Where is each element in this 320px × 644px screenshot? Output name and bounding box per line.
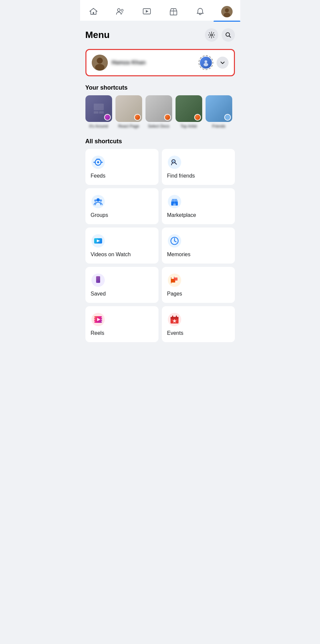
all-shortcuts-title: All shortcuts <box>80 134 240 148</box>
your-shortcuts-list: It's Around React Page Select Docs Top A… <box>80 94 240 134</box>
feeds-icon <box>91 155 105 170</box>
shortcut-card-feeds[interactable]: Feeds <box>85 149 158 185</box>
svg-point-11 <box>97 58 103 64</box>
shortcut-card-reels[interactable]: Reels <box>85 306 158 342</box>
svg-rect-15 <box>94 104 104 110</box>
svg-rect-55 <box>101 321 102 322</box>
shortcut-card-groups[interactable]: Groups <box>85 188 158 224</box>
svg-point-6 <box>225 8 229 12</box>
shortcut-thumb-1 <box>85 95 112 122</box>
shortcut-label-1: It's Around <box>89 124 108 129</box>
story-inner-icon <box>200 57 212 69</box>
svg-rect-52 <box>94 321 95 322</box>
nav-watch[interactable] <box>133 4 160 20</box>
svg-point-29 <box>94 200 96 202</box>
shortcut-card-pages[interactable]: Pages <box>162 267 235 303</box>
svg-point-0 <box>117 9 120 11</box>
memories-label: Memories <box>167 252 230 258</box>
search-button[interactable] <box>222 28 235 42</box>
svg-rect-23 <box>96 158 100 160</box>
friends-icon <box>115 7 125 16</box>
top-navigation <box>80 0 240 22</box>
svg-marker-3 <box>146 10 148 13</box>
your-shortcuts-title: Your shortcuts <box>80 80 240 94</box>
profile-section: Hamza Khan <box>80 45 240 80</box>
profile-avatar <box>92 55 108 71</box>
svg-rect-50 <box>94 317 95 318</box>
svg-point-26 <box>173 161 174 162</box>
nav-notifications[interactable] <box>187 4 214 20</box>
shortcut-thumb-5 <box>206 95 232 122</box>
marketplace-label: Marketplace <box>167 212 230 218</box>
find-friends-icon <box>167 155 182 170</box>
shortcut-thumb-4 <box>176 95 202 122</box>
profile-actions <box>199 55 229 70</box>
profile-info: Hamza Khan <box>92 55 146 71</box>
all-shortcuts-grid: Feeds Find friends <box>80 148 240 347</box>
shortcut-item-2[interactable]: React Page <box>115 95 142 129</box>
shortcut-label-4: Top Artist <box>181 124 197 129</box>
svg-point-14 <box>204 63 208 66</box>
shortcut-card-memories[interactable]: Memories <box>162 228 235 264</box>
videos-on-watch-label: Videos on Watch <box>91 252 153 258</box>
svg-rect-53 <box>101 317 102 318</box>
shortcut-card-saved[interactable]: Saved <box>85 267 158 303</box>
settings-button[interactable] <box>205 28 218 42</box>
nav-home[interactable] <box>80 4 107 20</box>
menu-title: Menu <box>85 30 110 40</box>
nav-marketplace[interactable] <box>160 4 187 20</box>
feeds-label: Feeds <box>91 173 153 179</box>
marketplace-icon <box>169 7 178 16</box>
expand-profile-button[interactable] <box>217 57 229 69</box>
shortcut-label-5: Friends <box>212 124 225 129</box>
svg-point-28 <box>96 198 100 202</box>
shortcut-card-events[interactable]: Events <box>162 306 235 342</box>
svg-point-22 <box>97 161 99 163</box>
shortcut-item-3[interactable]: Select Docs <box>145 95 172 129</box>
marketplace-card-icon <box>167 194 182 209</box>
reels-label: Reels <box>91 330 153 336</box>
shortcut-card-marketplace[interactable]: Marketplace <box>162 188 235 224</box>
shortcut-thumb-3 <box>145 95 172 122</box>
memories-icon <box>167 234 182 248</box>
svg-point-40 <box>174 241 175 242</box>
header-actions <box>205 28 235 42</box>
pages-icon <box>167 273 182 288</box>
menu-header: Menu <box>80 22 240 45</box>
svg-rect-60 <box>172 316 173 318</box>
nav-profile[interactable] <box>214 3 240 21</box>
svg-point-8 <box>211 34 213 36</box>
nav-friends[interactable] <box>107 4 133 20</box>
svg-rect-61 <box>176 316 177 318</box>
groups-label: Groups <box>91 212 153 218</box>
shortcut-label-2: React Page <box>118 124 139 129</box>
svg-point-12 <box>95 64 104 71</box>
watch-icon <box>142 7 151 16</box>
saved-icon <box>91 273 105 288</box>
svg-point-7 <box>224 13 230 17</box>
shortcut-item-4[interactable]: Top Artist <box>176 95 202 129</box>
events-label: Events <box>167 330 230 336</box>
shortcut-card-find-friends[interactable]: Find friends <box>162 149 235 185</box>
profile-card[interactable]: Hamza Khan <box>85 49 235 76</box>
svg-rect-17 <box>99 111 104 114</box>
svg-rect-47 <box>174 277 175 282</box>
saved-label: Saved <box>91 291 153 297</box>
pages-label: Pages <box>167 291 230 297</box>
svg-rect-59 <box>171 317 179 319</box>
shortcut-card-videos-on-watch[interactable]: Videos on Watch <box>85 228 158 264</box>
shortcut-item-5[interactable]: Friends <box>206 95 232 129</box>
add-story-button[interactable] <box>199 55 213 70</box>
svg-rect-54 <box>101 319 102 320</box>
svg-rect-51 <box>94 319 95 320</box>
shortcut-item-1[interactable]: It's Around <box>85 95 112 129</box>
svg-point-13 <box>205 60 207 63</box>
shortcut-thumb-2 <box>115 95 142 122</box>
svg-point-1 <box>121 9 123 11</box>
reels-icon <box>91 312 105 327</box>
find-friends-label: Find friends <box>167 173 230 179</box>
bell-icon <box>196 7 205 16</box>
profile-avatar-nav <box>221 6 233 17</box>
videos-on-watch-icon <box>91 234 105 248</box>
events-icon <box>167 312 182 327</box>
